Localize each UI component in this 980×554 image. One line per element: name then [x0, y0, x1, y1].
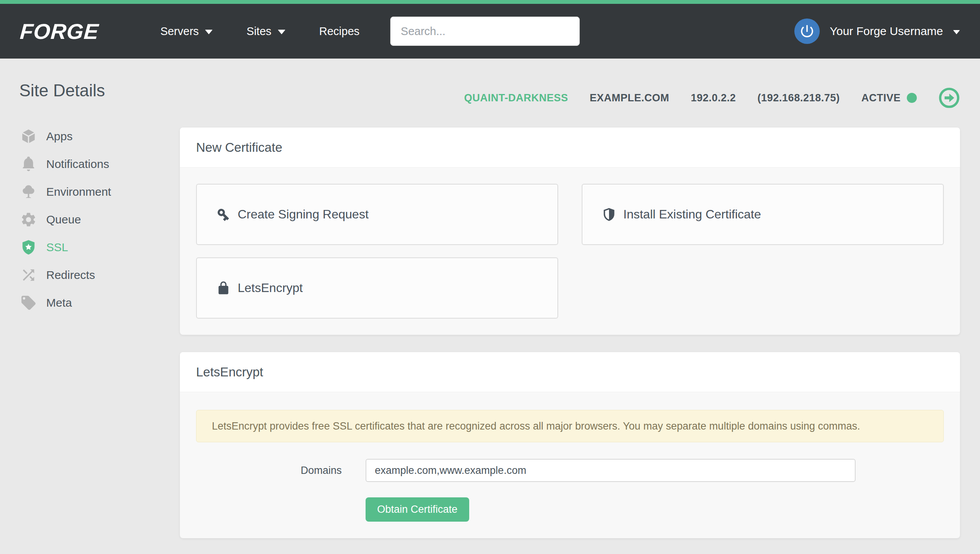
circle-arrow-right-icon[interactable]	[938, 87, 960, 109]
chevron-down-icon	[278, 30, 285, 34]
letsencrypt-panel-title: LetsEncrypt	[180, 352, 960, 392]
power-icon	[799, 23, 815, 39]
user-menu[interactable]: Your Forge Username	[794, 18, 960, 44]
tag-icon	[19, 294, 38, 311]
card-label: LetsEncrypt	[238, 281, 303, 295]
forge-logo[interactable]: FORGE	[19, 19, 100, 44]
obtain-certificate-button[interactable]: Obtain Certificate	[366, 497, 469, 522]
letsencrypt-panel-body: LetsEncrypt provides free SSL certificat…	[180, 392, 960, 538]
sidebar-item-label: Meta	[46, 296, 72, 309]
sidebar-item-redirects[interactable]: Redirects	[19, 261, 162, 289]
letsencrypt-panel: LetsEncrypt LetsEncrypt provides free SS…	[180, 352, 960, 538]
nav-links: Servers Sites Recipes	[160, 25, 359, 38]
card-label: Install Existing Certificate	[623, 207, 761, 222]
key-icon	[216, 207, 231, 222]
new-certificate-panel-title: New Certificate	[180, 128, 960, 168]
search-input[interactable]	[390, 17, 580, 46]
shuffle-icon	[19, 267, 38, 284]
new-certificate-panel-body: Create Signing Request Install Existing …	[180, 168, 960, 335]
chevron-down-icon	[953, 30, 960, 34]
create-signing-request-card[interactable]: Create Signing Request	[196, 184, 558, 245]
nav-item-servers[interactable]: Servers	[160, 25, 213, 38]
sidebar-item-label: Apps	[46, 130, 72, 143]
sidebar-item-label: Queue	[46, 213, 81, 226]
sidebar-item-queue[interactable]: Queue	[19, 206, 162, 233]
nav-item-servers-label: Servers	[160, 25, 199, 38]
tree-icon	[19, 183, 38, 200]
sidebar-item-meta[interactable]: Meta	[19, 289, 162, 317]
cube-icon	[19, 128, 38, 145]
letsencrypt-info-alert: LetsEncrypt provides free SSL certificat…	[196, 410, 944, 442]
shield-star-icon	[19, 239, 38, 256]
sidebar-item-label: Environment	[46, 185, 111, 198]
navbar: FORGE Servers Sites Recipes Your Forge U…	[0, 4, 980, 59]
install-existing-certificate-card[interactable]: Install Existing Certificate	[582, 184, 944, 245]
main-column: New Certificate Create Signing Request	[180, 128, 960, 538]
nav-item-recipes-label: Recipes	[319, 25, 360, 38]
sidebar-item-label: Notifications	[46, 158, 109, 171]
alert-text: LetsEncrypt provides free SSL certificat…	[212, 420, 860, 432]
certificate-option-grid: Create Signing Request Install Existing …	[196, 184, 944, 319]
domains-label: Domains	[196, 465, 366, 477]
domains-form-row: Domains	[196, 459, 944, 482]
letsencrypt-card[interactable]: LetsEncrypt	[196, 257, 558, 319]
breadcrumb-domain: EXAMPLE.COM	[590, 92, 670, 104]
lock-icon	[216, 281, 231, 295]
status-badge: ACTIVE	[861, 92, 917, 104]
top-accent-bar	[0, 0, 980, 4]
username[interactable]: Your Forge Username	[830, 25, 943, 38]
gear-icon	[19, 211, 38, 228]
sidebar-item-environment[interactable]: Environment	[19, 178, 162, 206]
page-title: Site Details	[19, 81, 105, 100]
chevron-down-icon	[205, 30, 213, 34]
breadcrumb: QUAINT-DARKNESS EXAMPLE.COM 192.0.2.2 (1…	[464, 87, 960, 109]
status-label: ACTIVE	[861, 92, 901, 104]
nav-item-recipes[interactable]: Recipes	[319, 25, 360, 38]
breadcrumb-site-name[interactable]: QUAINT-DARKNESS	[464, 92, 568, 104]
breadcrumb-ip: 192.0.2.2	[691, 92, 736, 104]
sidebar-item-apps[interactable]: Apps	[19, 123, 162, 150]
nav-item-sites-label: Sites	[247, 25, 271, 38]
domains-input[interactable]	[366, 459, 856, 482]
bell-icon	[19, 156, 38, 173]
sidebar: Apps Notifications Environment	[19, 123, 162, 317]
nav-item-sites[interactable]: Sites	[247, 25, 285, 38]
shield-half-icon	[602, 207, 616, 222]
sidebar-item-label: SSL	[46, 241, 68, 254]
sidebar-item-label: Redirects	[46, 269, 95, 282]
breadcrumb-private-ip: (192.168.218.75)	[757, 92, 840, 104]
sidebar-item-notifications[interactable]: Notifications	[19, 150, 162, 178]
new-certificate-panel: New Certificate Create Signing Request	[180, 128, 960, 335]
sidebar-item-ssl[interactable]: SSL	[19, 233, 162, 261]
submit-row: Obtain Certificate	[366, 497, 944, 522]
content-area: Site Details QUAINT-DARKNESS EXAMPLE.COM…	[0, 59, 980, 554]
avatar[interactable]	[794, 18, 820, 44]
card-label: Create Signing Request	[238, 207, 369, 222]
status-dot-icon	[907, 93, 917, 103]
